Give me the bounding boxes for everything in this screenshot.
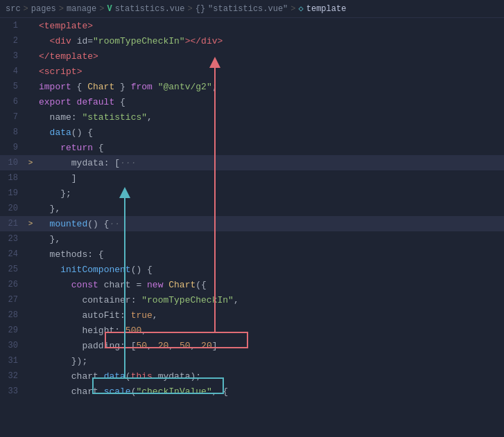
token: chart [98,280,137,290]
token: Chart [87,82,114,92]
line-number: 4 [0,66,25,76]
line-content: name: "statistics", [36,112,504,123]
code-editor: 1<template>2 <div id="roomTypeCheckIn"><… [0,18,504,437]
line-number: 27 [0,295,25,305]
line-content: export default { [36,97,504,107]
token: script [44,66,77,77]
token: chart [71,371,98,382]
breadcrumb-vue-icon: V [107,4,112,14]
line-number: 25 [0,265,25,274]
code-line: 5import { Chart } from "@antv/g2"; [0,79,504,94]
token: new [141,280,168,290]
line-content: container: "roomTypeCheckIn", [36,295,504,305]
line-number: 19 [0,188,25,198]
line-content: mounted() {·· [36,219,504,229]
line-number: 5 [0,82,25,91]
line-content: height: 500, [36,325,504,336]
token: ··· [120,158,136,168]
code-line: 26 const chart = new Chart({ [0,277,504,292]
line-number: 7 [0,112,25,122]
token [153,82,158,92]
token: ></ [185,36,201,46]
line-number: 20 [0,204,25,213]
line-number: 2 [0,36,25,46]
token: true [131,310,153,321]
code-line: 2 <div id="roomTypeCheckIn"></div> [0,33,504,48]
token: { [93,143,104,153]
code-line: 7 name: "statistics", [0,109,504,125]
token: data [50,127,71,138]
token: . [98,371,104,382]
token: () { [131,265,153,275]
token: methods [50,249,88,260]
token: default [71,97,120,107]
token: .mydata [153,371,191,382]
line-arrow: > [25,220,36,228]
token: 20 [201,341,212,351]
token: "roomTypeCheckIn" [93,36,185,46]
token: }); [71,356,87,366]
token: name [50,112,71,123]
breadcrumb-quoted-file: "statistics.vue" [208,4,288,14]
token: 500 [125,325,141,336]
code-line: 19 }; [0,186,504,201]
token: template [44,21,87,31]
breadcrumb-template: template [306,4,347,14]
line-number: 32 [0,371,25,381]
line-content: }; [36,188,504,199]
token: container [82,295,130,305]
token: "@antv/g2" [158,82,212,92]
token: mounted [50,219,88,229]
code-line: 25 initComponent() { [0,262,504,277]
line-number: 8 [0,127,25,137]
breadcrumb-src: src [6,4,21,14]
token: > [217,36,223,46]
token: : { [87,249,103,260]
token: 50 [180,341,191,351]
token: this [131,371,153,382]
line-number: 30 [0,341,25,350]
token: const [71,280,98,290]
code-line: 21> mounted() {·· [0,216,504,231]
token: () { [71,127,93,138]
line-number: 3 [0,51,25,61]
token: , [147,112,153,123]
line-number: 26 [0,280,25,289]
breadcrumb-file: statistics.vue [115,4,185,14]
token: : [131,295,142,305]
breadcrumb-manage: manage [67,4,96,14]
breadcrumb-curly: {} [195,4,205,14]
token: ({ [195,280,207,290]
line-content: <template> [36,21,504,31]
token: }, [50,234,61,244]
line-number: 9 [0,143,25,152]
token: 20 [158,341,169,351]
token: . [98,386,104,397]
token: ; [212,82,218,92]
code-line: 3</template> [0,48,504,64]
token: 50 [136,341,147,351]
token: , [141,325,147,336]
line-content: mydata: [··· [36,158,504,168]
token: : [114,325,125,336]
token: ·· [109,219,120,229]
token: ( [125,371,131,382]
line-content: padding: [50, 20, 50, 20] [36,341,504,351]
line-content: chart.scale("checkInValue", { [36,386,504,397]
token: , { [212,386,228,397]
line-content: data() { [36,127,504,138]
code-line: 24 methods: { [0,247,504,262]
code-line: 1<template> [0,18,504,33]
token: autoFit [82,310,120,321]
token: , [234,295,239,305]
token: : [ [104,158,120,168]
line-content: }, [36,234,504,244]
code-line: 10> mydata: [··· [0,155,504,170]
code-line: 28 autoFit: true, [0,307,504,323]
token: () { [87,219,109,229]
token: ); [191,371,202,382]
code-line: 32 chart.data(this.mydata); [0,368,504,384]
line-number: 24 [0,249,25,259]
token: { [120,97,125,107]
line-content: }, [36,204,504,214]
